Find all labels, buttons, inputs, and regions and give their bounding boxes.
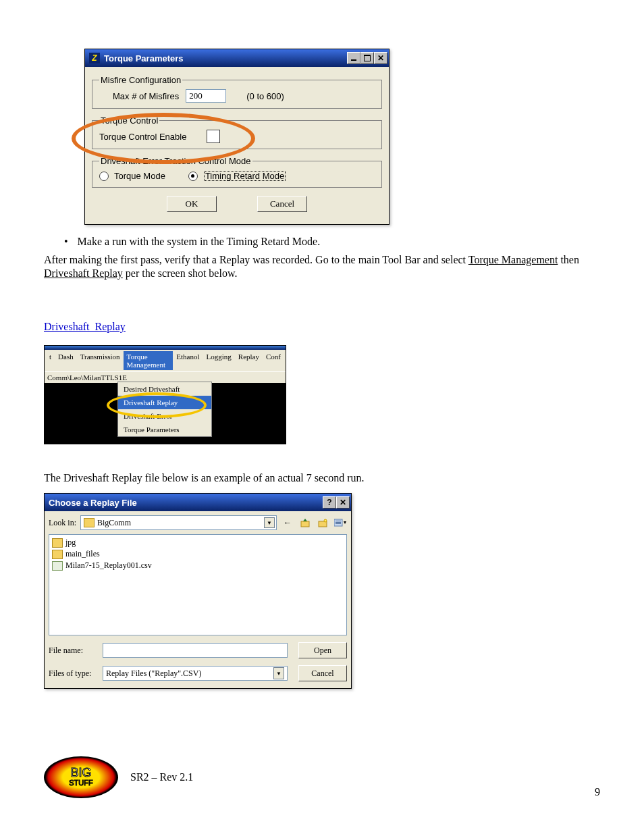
group-legend: Driveshaft Error Traction Control Mode: [99, 156, 252, 166]
bullet-icon: •: [64, 236, 68, 248]
menu-strip-screenshot: t Dash Transmission Torque Management Et…: [44, 345, 286, 444]
maximize-button[interactable]: [360, 52, 374, 64]
page-number: 9: [595, 786, 600, 798]
svg-rect-7: [336, 522, 341, 523]
torque-mode-label: Torque Mode: [114, 171, 165, 181]
dropdown-arrow-icon[interactable]: ▼: [264, 517, 275, 528]
file-name-input[interactable]: [103, 643, 288, 658]
files-of-type-value: Replay Files ("Replay".CSV): [106, 669, 201, 679]
torque-mode-radio[interactable]: [99, 172, 109, 181]
help-button[interactable]: ?: [323, 496, 336, 509]
look-in-label: Look in:: [49, 518, 76, 528]
titlebar-text: Torque Parameters: [104, 53, 184, 63]
paragraph-replay-file-example: The Driveshaft Replay file below is an e…: [44, 471, 600, 485]
folder-icon: [84, 518, 95, 527]
menu-item[interactable]: Dash: [55, 351, 77, 370]
torque-control-enable-label: Torque Control Enable: [99, 132, 186, 142]
ok-button[interactable]: OK: [167, 196, 217, 212]
look-in-combo[interactable]: BigComm ▼: [80, 515, 277, 530]
titlebar: Z Torque Parameters ✕: [85, 49, 389, 67]
dropdown-item[interactable]: Torque Parameters: [118, 423, 211, 436]
app-icon: Z: [89, 53, 100, 63]
minimize-button[interactable]: [347, 52, 360, 64]
menu-item[interactable]: t: [46, 351, 55, 370]
look-in-value: BigComm: [97, 518, 131, 528]
misfire-configuration-group: Misfire Configuration Max # of Misfires …: [92, 75, 382, 109]
torque-control-enable-checkbox[interactable]: [207, 130, 220, 143]
torque-parameters-dialog: Z Torque Parameters ✕ Misfire Configurat…: [84, 49, 390, 225]
file-name-label: File name:: [49, 646, 96, 656]
menu-item-active[interactable]: Torque Management: [124, 351, 173, 370]
cancel-button[interactable]: Cancel: [298, 665, 347, 681]
dropdown-menu: Desired Driveshaft Driveshaft Replay Dri…: [117, 382, 212, 437]
range-hint: (0 to 600): [246, 91, 284, 101]
menu-item[interactable]: Ethanol: [173, 351, 203, 370]
bullet-text: Make a run with the system in the Timing…: [78, 236, 321, 248]
menu-item[interactable]: Replay: [235, 351, 263, 370]
open-button[interactable]: Open: [298, 642, 347, 658]
group-legend: Torque Control: [99, 115, 159, 126]
svg-rect-2: [301, 521, 309, 527]
svg-point-4: [324, 519, 327, 522]
svg-rect-6: [336, 521, 341, 521]
files-of-type-combo[interactable]: Replay Files ("Replay".CSV) ▼: [103, 666, 288, 681]
list-item[interactable]: Milan7-15_Replay001.csv: [52, 561, 344, 571]
folder-icon: [52, 550, 63, 559]
list-item[interactable]: jpg: [52, 538, 344, 548]
group-legend: Misfire Configuration: [99, 75, 182, 85]
dark-area: Desired Driveshaft Driveshaft Replay Dri…: [45, 383, 286, 444]
cancel-button[interactable]: Cancel: [257, 196, 307, 212]
choose-replay-file-dialog: Choose a Replay File ? ✕ Look in: BigCom…: [44, 493, 352, 689]
dropdown-item[interactable]: Desired Driveshaft: [118, 382, 211, 396]
back-icon[interactable]: ←: [281, 516, 294, 529]
view-menu-icon[interactable]: [333, 516, 347, 529]
up-one-level-icon[interactable]: [298, 516, 312, 529]
close-button[interactable]: ✕: [374, 52, 387, 64]
svg-rect-8: [336, 523, 341, 524]
menu-item[interactable]: Logging: [203, 351, 235, 370]
folder-icon: [52, 538, 63, 548]
csv-file-icon: [52, 561, 63, 571]
section-heading-driveshaft-replay: Driveshaft_Replay: [44, 321, 600, 333]
close-button[interactable]: ✕: [336, 496, 350, 509]
torque-control-group: Torque Control Torque Control Enable: [92, 115, 382, 149]
dropdown-item-selected[interactable]: Driveshaft Replay: [118, 396, 211, 409]
dropdown-arrow-icon[interactable]: ▼: [273, 667, 284, 679]
timing-retard-mode-radio[interactable]: [188, 172, 198, 181]
dropdown-item[interactable]: Driveshaft Error: [118, 409, 211, 423]
file-list[interactable]: jpg main_files Milan7-15_Replay001.csv: [49, 534, 347, 635]
svg-text:Z: Z: [91, 53, 97, 63]
page-label: SR2 – Rev 2.1: [130, 771, 193, 783]
timing-retard-mode-label: Timing Retard Mode: [203, 170, 286, 182]
paragraph-replay-instructions: After making the first pass, verify that…: [44, 253, 600, 280]
menu-bar: t Dash Transmission Torque Management Et…: [45, 350, 286, 371]
list-item[interactable]: main_files: [52, 549, 344, 559]
max-misfires-label: Max # of Misfires: [113, 91, 179, 101]
bigstuff-logo: BIGSTUFF: [44, 756, 118, 798]
files-of-type-label: Files of type:: [49, 669, 96, 679]
titlebar-text: Choose a Replay File: [49, 498, 137, 508]
max-misfires-input[interactable]: [186, 89, 226, 103]
titlebar: Choose a Replay File ? ✕: [45, 494, 351, 511]
menu-item[interactable]: Conf: [263, 351, 284, 370]
driveshaft-error-mode-group: Driveshaft Error Traction Control Mode T…: [92, 156, 382, 188]
menu-item[interactable]: Transmission: [77, 351, 124, 370]
new-folder-icon[interactable]: [316, 516, 329, 529]
